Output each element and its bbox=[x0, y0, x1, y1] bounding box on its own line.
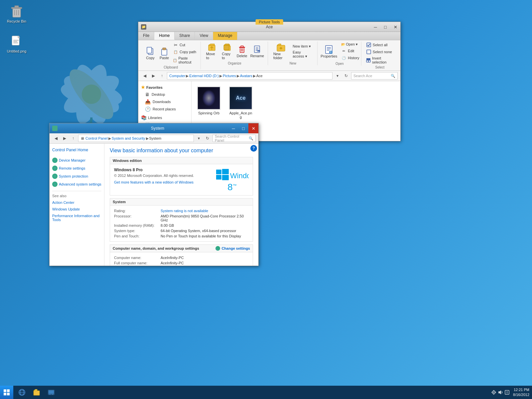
rename-button[interactable]: Rename bbox=[249, 44, 265, 59]
tray-action-center-icon[interactable] bbox=[504, 390, 510, 395]
sys-search-icon[interactable]: 🔍 bbox=[249, 136, 253, 141]
tab-manage[interactable]: Manage bbox=[213, 32, 237, 40]
system-minimize-btn[interactable]: ─ bbox=[228, 123, 238, 133]
address-path[interactable]: Computer ▶ External HDD (D:) ▶ Pictures … bbox=[167, 72, 332, 79]
tray-network-icon[interactable] bbox=[491, 390, 496, 395]
forward-btn[interactable]: ▶ bbox=[150, 72, 157, 79]
tray-volume-icon[interactable] bbox=[498, 390, 503, 395]
search-box[interactable]: Search Ace 🔍 bbox=[351, 72, 398, 79]
svg-point-48 bbox=[331, 51, 331, 51]
start-button[interactable] bbox=[0, 386, 13, 399]
edit-button[interactable]: ✏ Edit bbox=[340, 48, 360, 54]
perf-tools-link[interactable]: Performance Information and Tools bbox=[52, 212, 101, 223]
explorer-maximize-btn[interactable]: □ bbox=[380, 22, 390, 32]
computer-name-row: Computer name: AceInfinity-PC bbox=[114, 255, 249, 260]
cut-button[interactable]: ✂ Cut bbox=[172, 42, 198, 48]
system-maximize-btn[interactable]: □ bbox=[238, 123, 248, 133]
sys-up-btn[interactable]: ↑ bbox=[69, 135, 77, 142]
up-btn[interactable]: ↑ bbox=[158, 72, 166, 79]
untitled-png-image bbox=[10, 35, 23, 48]
help-button[interactable]: ? bbox=[250, 145, 257, 152]
search-icon[interactable]: 🔍 bbox=[391, 74, 395, 78]
explorer-title-bar[interactable]: Picture Tools 📁 Ace ─ □ ✕ bbox=[138, 22, 400, 32]
spinning-orb-thumb bbox=[197, 86, 220, 110]
tab-file[interactable]: File bbox=[138, 32, 154, 40]
taskbar-explorer-btn[interactable] bbox=[29, 386, 44, 399]
path-pictures[interactable]: Pictures bbox=[223, 74, 236, 78]
rating-value[interactable]: System rating is not available bbox=[161, 209, 249, 213]
copy-path-button[interactable]: 📋 Copy path bbox=[172, 49, 198, 55]
explorer-close-btn[interactable]: ✕ bbox=[390, 22, 400, 32]
copy-to-button[interactable]: Copy to bbox=[220, 42, 234, 61]
paste-button[interactable]: Paste bbox=[158, 46, 171, 61]
back-btn[interactable]: ◀ bbox=[141, 72, 148, 79]
pen-touch-row: Pen and Touch: No Pen or Touch Input is … bbox=[114, 233, 249, 239]
copy-button[interactable]: Copy bbox=[144, 46, 157, 61]
windows-update-link[interactable]: Windows Update bbox=[52, 206, 101, 212]
recycle-bin-icon[interactable]: Recycle Bin bbox=[3, 3, 30, 25]
advanced-system-settings-link[interactable]: Advanced system settings bbox=[52, 180, 101, 188]
delete-button[interactable]: Delete bbox=[235, 44, 249, 59]
tab-view[interactable]: View bbox=[195, 32, 213, 40]
properties-icon bbox=[324, 45, 333, 54]
action-center-link[interactable]: Action Center bbox=[52, 199, 101, 206]
paste-shortcut-button[interactable]: 📋 Paste shortcut bbox=[172, 56, 198, 65]
libraries-header[interactable]: 📚 Libraries bbox=[138, 114, 191, 121]
history-icon: 🕐 bbox=[341, 55, 346, 61]
action-center-label: Action Center bbox=[52, 200, 74, 204]
invert-selection-button[interactable]: Invert selection bbox=[365, 56, 395, 65]
new-folder-button[interactable]: New folder bbox=[271, 42, 291, 61]
copy-to-label: Copy to bbox=[222, 52, 232, 60]
perf-tools-label: Performance Information and Tools bbox=[52, 214, 101, 222]
history-button[interactable]: 🕐 History bbox=[340, 55, 360, 61]
sys-search-box[interactable]: Search Control Panel 🔍 bbox=[212, 135, 256, 142]
explorer-minimize-btn[interactable]: ─ bbox=[370, 22, 380, 32]
sys-path-cp[interactable]: Control Panel bbox=[85, 136, 108, 140]
taskbar-ie-btn[interactable] bbox=[15, 386, 29, 399]
new-item-button[interactable]: New item ▾ bbox=[291, 44, 315, 49]
path-hdd[interactable]: External HDD (D:) bbox=[189, 74, 219, 78]
system-close-btn[interactable]: ✕ bbox=[248, 123, 258, 133]
taskbar-control-panel-btn[interactable] bbox=[44, 386, 59, 399]
favorites-header[interactable]: ★ Favorites bbox=[138, 84, 191, 91]
control-panel-home-link[interactable]: Control Panel Home bbox=[52, 148, 101, 152]
file-item-apple-ace[interactable]: Ace Apple_Ace.png bbox=[227, 85, 254, 120]
tab-home[interactable]: Home bbox=[154, 32, 175, 40]
tab-share[interactable]: Share bbox=[175, 32, 195, 40]
new-item-label: New item ▾ bbox=[293, 44, 311, 49]
svg-rect-62 bbox=[4, 393, 6, 395]
remote-settings-link[interactable]: Remote settings bbox=[52, 164, 101, 172]
file-item-spinning-orb[interactable]: Spinning Orb bbox=[196, 85, 222, 120]
sys-path-security[interactable]: System and Security bbox=[112, 136, 145, 140]
device-manager-link[interactable]: Device Manager bbox=[52, 156, 101, 164]
properties-button[interactable]: Properties bbox=[319, 44, 339, 59]
open-button[interactable]: 📂 Open ▾ bbox=[340, 42, 360, 47]
path-computer[interactable]: Computer bbox=[169, 74, 185, 78]
sys-forward-btn[interactable]: ▶ bbox=[61, 135, 68, 142]
easy-access-button[interactable]: Easy access ▾ bbox=[291, 50, 315, 59]
taskbar-clock[interactable]: 12:21 PM 8/16/2012 bbox=[513, 387, 529, 398]
path-avatars[interactable]: Avatars bbox=[240, 74, 252, 78]
sys-refresh-dropdown[interactable]: ▾ bbox=[195, 135, 202, 142]
change-settings-link[interactable]: Change settings bbox=[215, 246, 250, 251]
refresh-btn[interactable]: ↻ bbox=[342, 72, 350, 79]
path-ace[interactable]: Ace bbox=[256, 74, 263, 78]
select-all-button[interactable]: Select all bbox=[365, 42, 395, 48]
sidebar-item-recent[interactable]: 🕐 Recent places bbox=[138, 105, 191, 113]
system-address-bar: ◀ ▶ ↑ 🖥 Control Panel ▶ System and Secur… bbox=[50, 133, 258, 144]
system-protection-link[interactable]: System protection bbox=[52, 172, 101, 180]
sidebar-item-desktop[interactable]: 🖥 Desktop bbox=[138, 91, 191, 98]
untitled-png-icon[interactable]: Untitled.png bbox=[3, 33, 30, 55]
move-to-button[interactable]: Move to bbox=[204, 42, 219, 61]
sys-back-btn[interactable]: ◀ bbox=[52, 135, 60, 142]
sidebar-item-downloads[interactable]: 📥 Downloads bbox=[138, 98, 191, 105]
sys-refresh-btn[interactable]: ↻ bbox=[204, 135, 211, 142]
refresh-dropdown-btn[interactable]: ▾ bbox=[334, 72, 341, 79]
select-none-button[interactable]: Select none bbox=[365, 49, 395, 55]
system-body: Control Panel Home Device Manager Remote… bbox=[50, 144, 258, 266]
sys-path-system[interactable]: System bbox=[149, 136, 162, 140]
new-group: New folder New item ▾ Easy access ▾ New bbox=[269, 42, 318, 65]
more-features-link[interactable]: Get more features with a new edition of … bbox=[114, 180, 210, 184]
system-title-bar[interactable]: System ─ □ ✕ bbox=[50, 123, 258, 133]
sys-address-path[interactable]: 🖥 Control Panel ▶ System and Security ▶ … bbox=[78, 135, 194, 142]
